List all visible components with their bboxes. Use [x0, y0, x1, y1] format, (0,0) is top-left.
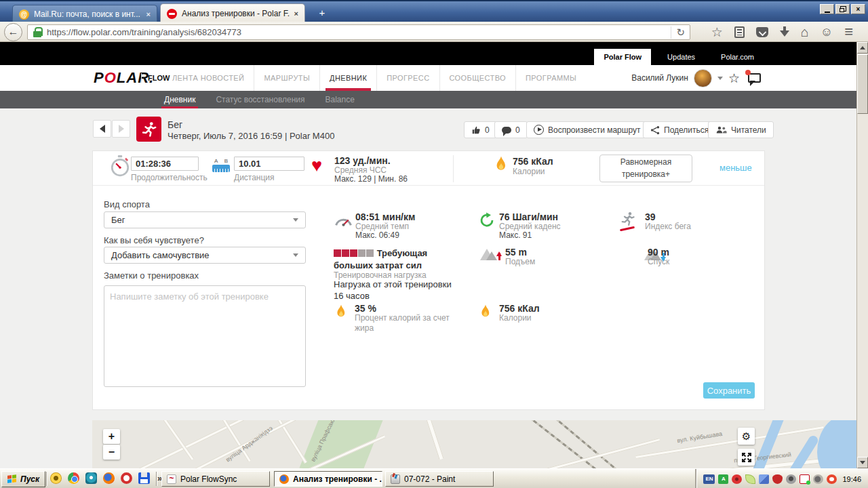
language-indicator[interactable]: EN	[703, 474, 715, 484]
thumb-up-icon	[471, 125, 481, 135]
feeling-select[interactable]: Добавить самочувствие	[104, 247, 306, 264]
favorites-star-icon[interactable]: ☆	[728, 70, 740, 86]
subnav-balance[interactable]: Balance	[326, 91, 355, 108]
tray-icon-flowsync[interactable]	[800, 474, 810, 484]
previous-session-button[interactable]	[93, 120, 111, 138]
tab-polar-com[interactable]: Polar.com	[711, 49, 764, 65]
tab-updates[interactable]: Updates	[658, 49, 705, 65]
show-less-link[interactable]: меньше	[719, 163, 752, 173]
sport-type-select[interactable]: Бег	[104, 211, 306, 228]
main-nav: ЛЕНТА НОВОСТЕЙ МАРШРУТЫ ДНЕВНИК ПРОГРЕСС…	[163, 65, 586, 91]
nav-programs[interactable]: ПРОГРАММЫ	[516, 65, 586, 91]
comment-button[interactable]: 0	[494, 121, 528, 138]
map-zoom-in-button[interactable]: +	[103, 429, 120, 444]
summary-bar: Продолжительность AB Дистанция ♥ 123 уд.…	[93, 151, 764, 186]
minimize-button[interactable]	[820, 4, 834, 14]
notes-textarea[interactable]	[104, 285, 306, 387]
distance-input[interactable]	[234, 157, 304, 171]
play-icon	[534, 125, 544, 135]
reload-icon[interactable]: ↻	[671, 26, 685, 39]
map-road	[635, 426, 823, 459]
tray-icon-leaf[interactable]	[745, 474, 755, 484]
subnav-diary[interactable]: Дневник	[164, 91, 195, 108]
duration-input[interactable]	[131, 157, 199, 171]
descent-value: 90 m	[648, 247, 669, 258]
map-settings-gear-button[interactable]: ⚙	[738, 428, 755, 445]
nav-routes[interactable]: МАРШРУТЫ	[254, 65, 320, 91]
cadence-value: 76 Шаги/мин	[499, 211, 558, 222]
feeling-label: Как вы себя чувствуете?	[104, 235, 204, 245]
load-label: Тренировочная нагрузка	[334, 270, 427, 280]
tray-icon-blue[interactable]	[759, 474, 769, 484]
notifications-chat-icon[interactable]	[748, 73, 761, 83]
task-label: Polar FlowSync	[180, 474, 237, 484]
scrollbar-down-button[interactable]	[857, 457, 868, 468]
route-map[interactable]: вуліца Арджанікідзэ вуліца Прафсаюзная в…	[92, 420, 856, 468]
tab-close-icon[interactable]: ×	[294, 9, 298, 18]
volume-icon[interactable]	[813, 474, 823, 484]
map-fullscreen-button[interactable]	[738, 449, 755, 466]
distance-label: Дистанция	[234, 173, 275, 182]
scrollbar-thumb[interactable]	[857, 54, 868, 114]
nav-feed[interactable]: ЛЕНТА НОВОСТЕЙ	[163, 65, 254, 91]
bookmark-star-icon[interactable]: ☆	[711, 24, 723, 40]
avatar[interactable]	[694, 69, 712, 87]
restore-button[interactable]	[835, 4, 850, 14]
subnav-recovery[interactable]: Статус восстановления	[216, 91, 304, 108]
tray-icon-green-a[interactable]: A	[718, 474, 728, 484]
save-button[interactable]: Сохранить	[703, 382, 755, 399]
tray-icon-webcam[interactable]	[786, 474, 796, 484]
next-session-button-disabled[interactable]	[112, 120, 130, 138]
marker-b: B	[224, 158, 228, 164]
menu-icon[interactable]: ≡	[844, 23, 853, 41]
scrollbar[interactable]	[856, 42, 868, 468]
disc-icon[interactable]	[50, 472, 62, 484]
firefox-icon[interactable]	[103, 472, 115, 484]
back-button[interactable]: ←	[4, 23, 22, 41]
map-zoom-out-button[interactable]: −	[103, 445, 120, 460]
task-polar-flowsync[interactable]: ~ Polar FlowSync	[161, 471, 270, 487]
url-text[interactable]: https://flow.polar.com/training/analysis…	[47, 27, 666, 37]
save-floppy-icon[interactable]	[138, 472, 150, 484]
home-icon[interactable]: ⌂	[801, 24, 809, 40]
training-benefit-button[interactable]: Равномерная тренировка+	[599, 155, 692, 182]
tray-icon-red-flower[interactable]	[732, 474, 742, 484]
new-tab-button[interactable]: +	[312, 6, 332, 20]
tab-polar-flow[interactable]: Polar Flow	[594, 49, 651, 65]
tab-close-icon[interactable]: ×	[146, 10, 151, 18]
share-button[interactable]: Поделиться	[643, 121, 716, 138]
stopwatch-icon	[111, 155, 130, 177]
like-button[interactable]: 0	[464, 121, 497, 138]
toolbar-icons: ☆ ⌂ ☺ ≡	[711, 23, 853, 41]
tray-icon-red-circle[interactable]	[827, 474, 837, 484]
downloads-icon[interactable]	[780, 26, 789, 37]
nav-diary[interactable]: ДНЕВНИК	[320, 65, 377, 91]
reading-list-icon[interactable]	[734, 26, 745, 38]
close-button[interactable]: ×	[851, 4, 865, 14]
calories2-label: Калории	[499, 313, 532, 323]
replay-route-button[interactable]: Воспроизвести маршрут	[526, 121, 648, 138]
feedback-icon[interactable]: ☺	[821, 25, 833, 39]
scrollbar-up-button[interactable]	[857, 42, 868, 54]
start-button[interactable]: Пуск	[1, 471, 45, 487]
chrome-icon[interactable]	[68, 472, 79, 484]
browser-tab-mailru[interactable]: @ Mail.Ru: почта, поиск в инт... ×	[12, 5, 157, 23]
ascent-label: Подъем	[505, 257, 535, 266]
taskbar-clock[interactable]: 19:46	[842, 475, 861, 483]
nav-progress[interactable]: ПРОГРЕСС	[377, 65, 439, 91]
tray-icon-shield[interactable]	[772, 474, 783, 484]
browser-tab-polar-active[interactable]: Анализ тренировки - Polar F... ×	[160, 3, 305, 23]
task-paint[interactable]: 07-072 - Paint	[385, 471, 494, 487]
task-browser-active[interactable]: Анализ тренировки - ...	[274, 471, 382, 487]
chevron-down-icon[interactable]	[717, 77, 723, 80]
opera-icon[interactable]	[121, 472, 132, 484]
pocket-icon[interactable]	[756, 27, 768, 37]
teal-app-icon[interactable]	[85, 472, 97, 484]
followers-button[interactable]: Читатели	[708, 121, 774, 138]
share-icon	[650, 125, 660, 135]
map-railway	[480, 420, 620, 468]
nav-community[interactable]: СООБЩЕСТВО	[440, 65, 517, 91]
address-bar[interactable]: https://flow.polar.com/training/analysis…	[27, 24, 690, 40]
user-menu[interactable]: Василий Лукин ☆	[631, 65, 761, 91]
session-datetime: Четверг, Июль 7, 2016 16:59 | Polar M400	[167, 131, 334, 141]
